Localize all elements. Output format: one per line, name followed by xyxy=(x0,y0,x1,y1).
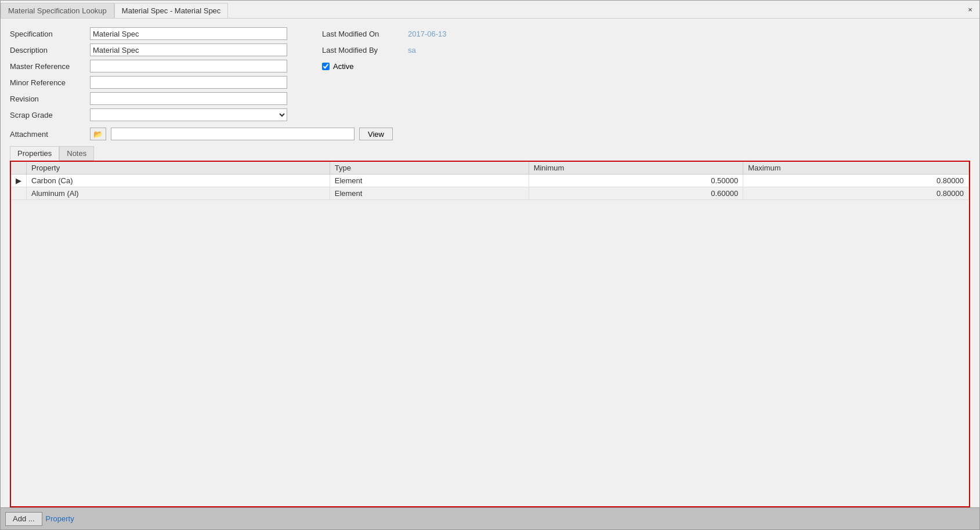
revision-input[interactable] xyxy=(90,92,287,105)
active-row: Active xyxy=(322,59,447,73)
tab-properties[interactable]: Properties xyxy=(10,146,59,161)
main-window: Material Specification Lookup Material S… xyxy=(0,0,980,530)
tab-lookup[interactable]: Material Specification Lookup xyxy=(1,3,114,18)
cell-maximum: 0.80000 xyxy=(743,175,969,187)
specification-row: Specification xyxy=(10,27,287,41)
table-header-row: Property Type Minimum Maximum xyxy=(11,162,969,175)
minor-reference-input[interactable] xyxy=(90,76,287,89)
title-bar: Material Specification Lookup Material S… xyxy=(1,1,979,19)
row-indicator xyxy=(11,187,27,200)
active-checkbox[interactable] xyxy=(322,63,330,70)
last-modified-on-label: Last Modified On xyxy=(322,30,403,38)
master-reference-row: Master Reference xyxy=(10,59,287,73)
col-minimum: Minimum xyxy=(529,162,743,175)
active-checkbox-group: Active xyxy=(322,62,353,71)
properties-table: Property Type Minimum Maximum ▶Carbon (C… xyxy=(11,162,969,200)
last-modified-on-row: Last Modified On 2017-06-13 xyxy=(322,27,447,41)
last-modified-by-label: Last Modified By xyxy=(322,46,403,55)
cell-maximum: 0.80000 xyxy=(743,187,969,200)
cell-type: Element xyxy=(330,175,529,187)
form-section: Specification Description Master Referen… xyxy=(10,27,970,122)
properties-panel: Property Type Minimum Maximum ▶Carbon (C… xyxy=(10,161,970,507)
add-button[interactable]: Add ... xyxy=(5,512,42,526)
cell-type: Element xyxy=(330,187,529,200)
attachment-input[interactable] xyxy=(111,128,355,140)
last-modified-by-row: Last Modified By sa xyxy=(322,43,447,57)
attachment-label: Attachment xyxy=(10,130,85,139)
col-indicator xyxy=(11,162,27,175)
attachment-row: Attachment 📂 View xyxy=(10,128,970,140)
folder-icon: 📂 xyxy=(93,130,103,139)
cell-property: Aluminum (Al) xyxy=(27,187,330,200)
specification-input[interactable] xyxy=(90,27,287,40)
row-indicator: ▶ xyxy=(11,175,27,187)
revision-row: Revision xyxy=(10,92,287,106)
property-label[interactable]: Property xyxy=(46,514,74,523)
inner-tabs-section: Properties Notes xyxy=(10,146,970,161)
cell-property: Carbon (Ca) xyxy=(27,175,330,187)
table-row[interactable]: ▶Carbon (Ca)Element0.500000.80000 xyxy=(11,175,969,187)
main-content: Specification Description Master Referen… xyxy=(1,19,979,507)
col-property: Property xyxy=(27,162,330,175)
active-label: Active xyxy=(333,62,353,71)
scrap-grade-select[interactable] xyxy=(90,108,287,121)
close-button[interactable]: × xyxy=(964,3,976,15)
minor-reference-row: Minor Reference xyxy=(10,75,287,89)
master-reference-input[interactable] xyxy=(90,60,287,72)
col-type: Type xyxy=(330,162,529,175)
description-row: Description xyxy=(10,43,287,57)
description-input[interactable] xyxy=(90,43,287,56)
col-maximum: Maximum xyxy=(743,162,969,175)
cell-minimum: 0.50000 xyxy=(529,175,743,187)
cell-minimum: 0.60000 xyxy=(529,187,743,200)
view-button[interactable]: View xyxy=(359,128,393,140)
form-right: Last Modified On 2017-06-13 Last Modifie… xyxy=(322,27,447,122)
bottom-bar: Add ... Property xyxy=(1,507,979,529)
last-modified-by-value: sa xyxy=(408,46,416,55)
revision-label: Revision xyxy=(10,95,85,103)
form-left: Specification Description Master Referen… xyxy=(10,27,287,122)
tab-material-spec[interactable]: Material Spec - Material Spec xyxy=(114,3,229,18)
folder-button[interactable]: 📂 xyxy=(90,128,106,140)
scrap-grade-row: Scrap Grade xyxy=(10,108,287,122)
table-row[interactable]: Aluminum (Al)Element0.600000.80000 xyxy=(11,187,969,200)
scrap-grade-label: Scrap Grade xyxy=(10,111,85,119)
specification-label: Specification xyxy=(10,30,85,38)
last-modified-on-value: 2017-06-13 xyxy=(408,30,447,38)
minor-reference-label: Minor Reference xyxy=(10,78,85,87)
tab-notes[interactable]: Notes xyxy=(59,146,94,161)
description-label: Description xyxy=(10,46,85,55)
master-reference-label: Master Reference xyxy=(10,62,85,71)
table-container[interactable]: Property Type Minimum Maximum ▶Carbon (C… xyxy=(11,162,969,506)
